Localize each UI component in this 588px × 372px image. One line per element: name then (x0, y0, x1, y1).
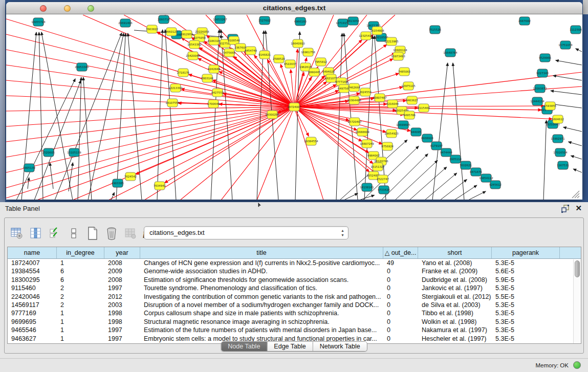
graph-node-teal[interactable]: 12444134 (530, 97, 545, 105)
table-cell[interactable]: Nakamura et al. (1997) (418, 326, 492, 334)
graph-node-teal[interactable]: 15751074 (558, 41, 573, 49)
graph-node-teal[interactable]: 1903385 (112, 179, 124, 187)
table-cell[interactable]: 6 (57, 276, 104, 284)
table-cell[interactable]: 22420046 (8, 293, 57, 301)
graph-node-yellow[interactable]: 2718176 (177, 69, 190, 77)
graph-node-yellow[interactable]: 7955812 (315, 58, 327, 66)
table-cell[interactable]: 5.3E-5 (492, 309, 560, 317)
graph-node-yellow[interactable]: 7663822 (146, 25, 158, 33)
show-columns-icon[interactable] (29, 227, 42, 240)
table-cell[interactable]: 1 (57, 335, 104, 343)
graph-node-teal[interactable]: 5905139 (23, 164, 36, 172)
close-panel-icon[interactable]: ✕ (575, 204, 582, 213)
table-cell[interactable]: 1997 (104, 284, 140, 292)
graph-node-teal[interactable]: 6966160 (294, 17, 307, 26)
table-cell[interactable]: Jankovic et al. (1997) (418, 284, 492, 292)
table-cell[interactable]: Corpus callosum shape and size in male p… (140, 309, 383, 317)
delete-trash-icon[interactable] (104, 227, 118, 240)
table-cell[interactable]: 9699695 (8, 318, 57, 326)
graph-node-teal[interactable]: 20691406 (118, 19, 133, 27)
table-scrollbar[interactable] (573, 259, 581, 343)
table-cell[interactable]: Structural magnetic resonance image aver… (140, 318, 383, 326)
graph-node-teal[interactable]: 944095 (411, 128, 422, 136)
table-cell[interactable]: 1998 (104, 309, 140, 317)
table-cell[interactable]: Genome-wide association studies in ADHD. (140, 267, 383, 275)
table-cell[interactable]: Yano et al. (2008) (418, 259, 492, 267)
graph-node-yellow[interactable]: 12213393 (168, 84, 182, 92)
graph-node-yellow[interactable]: 18107554 (165, 99, 180, 107)
graph-node-yellow[interactable]: 6216044 (386, 100, 399, 108)
graph-node-yellow[interactable]: 10973493 (391, 52, 405, 60)
table-row[interactable]: 2242004622012Investigating the contribut… (8, 293, 581, 301)
graph-node-yellow[interactable]: 16154808 (370, 27, 384, 35)
table-cell[interactable]: 5.3E-5 (492, 326, 560, 334)
graph-node-teal[interactable]: 15105139 (67, 148, 81, 157)
window-titlebar[interactable]: citations_edges.txt (6, 2, 582, 14)
graph-node-yellow[interactable]: 8522037 (284, 60, 296, 68)
graph-node-yellow[interactable]: 12213965 (384, 37, 398, 46)
table-cell[interactable]: Disruption of a novel member of a sodium… (140, 301, 383, 309)
table-cell[interactable]: 0 (383, 326, 418, 334)
graph-node-yellow[interactable]: 16543382 (187, 40, 201, 49)
table-cell[interactable]: 19384554 (8, 267, 57, 275)
table-cell[interactable]: 1 (57, 259, 104, 267)
select-rows-icon[interactable] (48, 227, 61, 240)
table-row[interactable]: 911546021997Tourette syndrome. Phenomeno… (8, 284, 581, 292)
graph-node-teal[interactable]: 8813054 (347, 17, 360, 25)
table-cell[interactable]: 5.9E-5 (492, 276, 560, 284)
table-selector-dropdown[interactable]: citations_edges.txt ▲▼ (144, 226, 349, 239)
table-cell[interactable]: 2003 (104, 301, 140, 309)
graph-node-yellow[interactable]: 7624542 (124, 172, 137, 181)
graph-node-yellow[interactable]: 9146821 (258, 51, 271, 59)
table-cell[interactable]: 2 (57, 284, 104, 292)
graph-node-yellow[interactable]: 18724007 (287, 103, 301, 111)
graph-node-teal[interactable]: 14055724 (31, 18, 46, 26)
table-cell[interactable]: de Silva et al. (2003) (418, 301, 492, 309)
row-height-icon[interactable] (67, 227, 80, 240)
col-header-out_de[interactable]: △ out_de... (383, 247, 418, 258)
graph-node-yellow[interactable]: 16151327 (371, 163, 384, 171)
graph-node-yellow[interactable]: 2522747 (377, 175, 389, 183)
table-settings-icon[interactable] (10, 227, 24, 240)
table-cell[interactable]: 5.5E-5 (492, 293, 560, 301)
table-cell[interactable]: 18724007 (8, 259, 57, 267)
graph-node-yellow[interactable]: 5475665 (223, 49, 235, 57)
minimize-window-icon[interactable] (64, 5, 71, 12)
table-cell[interactable]: 1 (57, 318, 104, 326)
col-header-pagerank[interactable]: pagerank (492, 247, 560, 258)
col-header-title[interactable]: title (140, 247, 383, 258)
graph-node-teal[interactable]: 6179197 (430, 142, 443, 150)
graph-node-teal[interactable]: 8938924 (421, 134, 434, 142)
col-header-name[interactable]: name (8, 247, 57, 258)
graph-node-yellow[interactable]: 19384554 (304, 137, 318, 145)
table-cell[interactable]: 9463627 (8, 335, 57, 343)
graph-node-teal[interactable]: 14138141 (360, 183, 374, 191)
table-cell[interactable]: 9115460 (8, 284, 57, 292)
table-cell[interactable]: 9777169 (8, 309, 57, 317)
table-cell[interactable]: 2008 (104, 276, 140, 284)
table-cell[interactable]: 6 (57, 267, 104, 275)
graph-node-teal[interactable]: 1527602 (258, 16, 271, 25)
graph-node-yellow[interactable]: 1700646 (207, 100, 220, 108)
tab-network-table[interactable]: Network Table (313, 342, 367, 351)
table-cell[interactable]: 5.3E-5 (492, 284, 560, 292)
table-row[interactable]: 1830029562008Estimation of significance … (8, 276, 581, 284)
resize-grip[interactable] (572, 191, 579, 198)
graph-node-teal[interactable]: 16648784 (443, 49, 458, 57)
table-row[interactable]: 1938455462009Genome-wide association stu… (8, 267, 581, 275)
table-cell[interactable]: 0 (383, 284, 418, 292)
table-cell[interactable]: Tibbo et al. (1998) (418, 309, 492, 317)
table-cell[interactable]: 1 (57, 326, 104, 334)
graph-node-yellow[interactable]: 1604612 (552, 115, 564, 123)
graph-node-yellow[interactable]: 7462664 (348, 83, 361, 92)
graph-node-yellow[interactable]: 9660123 (165, 28, 178, 36)
graph-node-yellow[interactable]: 16961758 (301, 48, 315, 56)
graph-node-yellow[interactable]: 2588520 (273, 55, 286, 63)
graph-node-yellow[interactable]: 8427552 (211, 89, 224, 97)
graph-node-teal[interactable]: 10653267 (213, 15, 227, 24)
graph-node-yellow[interactable]: 2624554 (359, 88, 372, 96)
network-canvas[interactable]: 1405572420691406209371410653267152760269… (6, 15, 582, 200)
tab-node-table[interactable]: Node Table (221, 342, 267, 351)
graph-node-teal[interactable]: 10699605 (396, 121, 410, 129)
table-row[interactable]: 969969511998Structural magnetic resonanc… (8, 318, 581, 326)
